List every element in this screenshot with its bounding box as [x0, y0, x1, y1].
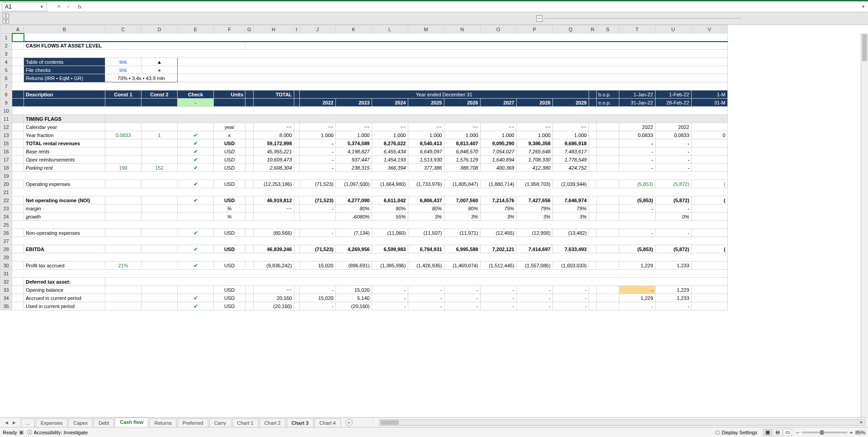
row-header-26[interactable]: 26 — [0, 229, 12, 237]
row-header-31[interactable]: 31 — [0, 270, 12, 278]
outline-level-2[interactable]: 2 — [3, 19, 9, 24]
horizontal-scrollbar[interactable]: ◄ ► — [379, 419, 865, 426]
zoom-level[interactable]: 85% — [855, 430, 865, 435]
row-header-21[interactable]: 21 — [0, 188, 12, 196]
row-header-13[interactable]: 13 — [0, 131, 12, 139]
sheet-tab-debt[interactable]: Debt — [94, 418, 114, 427]
row-header-4[interactable]: 4 — [0, 58, 12, 66]
col-header-J[interactable]: J — [299, 25, 335, 33]
row-header-35[interactable]: 35 — [0, 302, 12, 310]
row-header-5[interactable]: 5 — [0, 66, 12, 74]
row-header-33[interactable]: 33 — [0, 286, 12, 294]
row-header-34[interactable]: 34 — [0, 294, 12, 302]
col-header-P[interactable]: P — [516, 25, 552, 33]
col-header-B[interactable]: B — [24, 25, 105, 33]
hscroll-right-icon[interactable]: ► — [859, 420, 865, 425]
zoom-slider[interactable] — [802, 432, 847, 433]
col-header-E[interactable]: E — [178, 25, 214, 33]
view-normal-button[interactable]: ▦ — [763, 429, 772, 436]
cell-A1[interactable] — [12, 33, 24, 42]
tab-nav-prev-icon[interactable]: ◄ — [4, 420, 9, 425]
sheet-tab-carry[interactable]: Carry — [209, 418, 231, 427]
toc-link[interactable]: link — [105, 58, 142, 66]
sheet-tab-chart-4[interactable]: Chart 4 — [315, 418, 341, 427]
status-accessibility[interactable]: Accessibility: Investigate — [34, 430, 88, 435]
sheet-tab-chart-3[interactable]: Chart 3 — [287, 418, 314, 427]
row-header-22[interactable]: 22 — [0, 196, 12, 204]
row-header-12[interactable]: 12 — [0, 123, 12, 131]
file-checks-link[interactable]: link — [105, 66, 142, 74]
row-header-17[interactable]: 17 — [0, 156, 12, 164]
col-header-N[interactable]: N — [444, 25, 480, 33]
name-box[interactable]: A1 ▼ — [2, 2, 47, 11]
tab-splitter[interactable]: ⋮ — [371, 419, 377, 425]
row-header-18[interactable]: 18 — [0, 164, 12, 172]
col-header-H[interactable]: H — [253, 25, 294, 33]
display-settings-icon[interactable]: 🖵 — [715, 430, 720, 435]
zoom-in-button[interactable]: + — [850, 430, 853, 435]
col-header-G[interactable]: G — [245, 25, 254, 33]
formula-input[interactable] — [85, 2, 859, 11]
row-header-11[interactable]: 11 — [0, 115, 12, 123]
sheet-tab-capex[interactable]: Capex — [68, 418, 93, 427]
row-header-8[interactable]: 8 — [0, 90, 12, 99]
row-header-29[interactable]: 29 — [0, 253, 12, 261]
name-box-dropdown-icon[interactable]: ▼ — [40, 5, 44, 9]
view-page-layout-button[interactable]: ▤ — [773, 429, 782, 436]
status-display-settings[interactable]: Display Settings — [722, 430, 757, 435]
outline-level-1[interactable]: 1 — [3, 14, 9, 18]
col-header-S[interactable]: S — [596, 25, 619, 33]
accessibility-icon[interactable]: ⓘ — [27, 429, 32, 436]
col-header-A[interactable]: A — [12, 25, 24, 33]
col-header-U[interactable]: U — [655, 25, 691, 33]
col-header-K[interactable]: K — [335, 25, 372, 33]
col-header-T[interactable]: T — [619, 25, 655, 33]
sheet-tab-...[interactable]: ... — [21, 418, 35, 427]
vertical-scrollbar[interactable] — [861, 33, 868, 417]
formula-bar-expand-icon[interactable]: ▾ — [859, 4, 868, 10]
col-header-M[interactable]: M — [408, 25, 444, 33]
sheet-tab-returns[interactable]: Returns — [149, 418, 177, 427]
sheet-tab-expenses[interactable]: Expenses — [36, 418, 67, 427]
row-header-30[interactable]: 30 — [0, 261, 12, 270]
col-header-Q[interactable]: Q — [552, 25, 589, 33]
outline-collapse-button[interactable]: − — [536, 15, 542, 22]
sheet-tab-chart-1[interactable]: Chart 1 — [232, 418, 259, 427]
row-header-9[interactable]: 9 — [0, 99, 12, 107]
fx-label[interactable]: fx — [78, 4, 82, 10]
tab-nav-next-icon[interactable]: ► — [12, 420, 17, 425]
zoom-out-button[interactable]: − — [796, 430, 799, 435]
accept-icon[interactable]: ✓ — [66, 4, 71, 10]
row-header-2[interactable]: 2 — [0, 42, 12, 50]
row-header-1[interactable]: 1 — [0, 33, 12, 42]
col-header-C[interactable]: C — [105, 25, 142, 33]
row-header-3[interactable]: 3 — [0, 50, 12, 58]
row-header-6[interactable]: 6 — [0, 74, 12, 82]
row-header-15[interactable]: 15 — [0, 139, 12, 147]
row-header-23[interactable]: 23 — [0, 204, 12, 213]
col-header-D[interactable]: D — [142, 25, 178, 33]
row-header-16[interactable]: 16 — [0, 147, 12, 156]
view-page-break-button[interactable]: ▭ — [783, 429, 792, 436]
row-header-25[interactable]: 25 — [0, 221, 12, 229]
row-header-7[interactable]: 7 — [0, 82, 12, 90]
row-header-19[interactable]: 19 — [0, 172, 12, 180]
row-header-24[interactable]: 24 — [0, 213, 12, 221]
row-header-10[interactable]: 10 — [0, 107, 12, 115]
col-header-L[interactable]: L — [372, 25, 408, 33]
row-header-27[interactable]: 27 — [0, 237, 12, 245]
worksheet-grid[interactable]: ABCDEFGHIJKLMNOPQRSTUV12CASH FLOWS AT AS… — [0, 25, 868, 417]
add-sheet-button[interactable]: + — [345, 419, 353, 426]
row-header-32[interactable]: 32 — [0, 278, 12, 286]
col-header-F[interactable]: F — [214, 25, 245, 33]
sheet-tab-preferred[interactable]: Preferred — [178, 418, 208, 427]
col-header-corner[interactable] — [0, 25, 12, 33]
cancel-icon[interactable]: ✕ — [57, 4, 61, 10]
col-header-R[interactable]: R — [589, 25, 596, 33]
macro-record-icon[interactable]: ▣ — [19, 429, 24, 435]
sheet-tab-cash-flow[interactable]: Cash flow — [115, 418, 148, 427]
col-header-I[interactable]: I — [294, 25, 299, 33]
row-header-20[interactable]: 20 — [0, 180, 12, 188]
col-header-V[interactable]: V — [691, 25, 727, 33]
col-header-O[interactable]: O — [480, 25, 516, 33]
